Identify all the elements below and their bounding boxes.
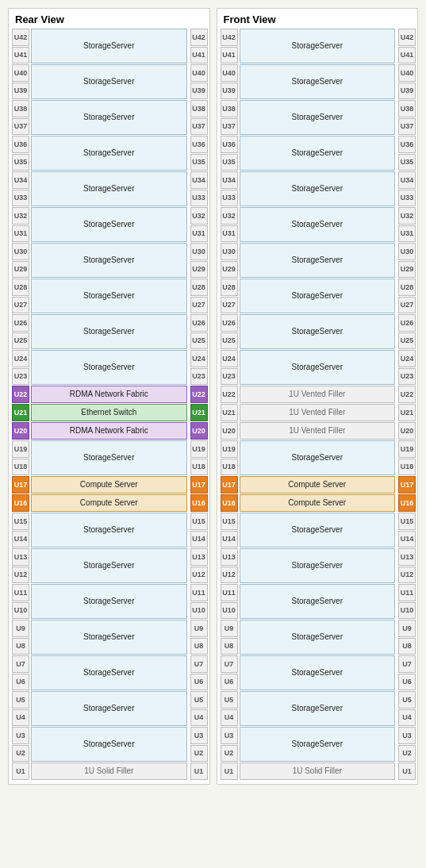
- u-labels-right: U1: [397, 762, 414, 780]
- u-label-right-u12: U12: [398, 567, 416, 584]
- u-labels-right: U21: [189, 404, 206, 421]
- device-cell-u34: StorageServer: [31, 171, 187, 206]
- device-cell-u42: StorageServer: [240, 29, 396, 63]
- u-label-right-u11: U11: [398, 584, 416, 601]
- u-label-left-u11: U11: [12, 584, 29, 601]
- u-label-right-u10: U10: [190, 602, 208, 620]
- u-label-left-u15: U15: [221, 513, 238, 530]
- u-label-left-u3: U3: [221, 727, 238, 744]
- rear-view-section: Rear View U42U41StorageServerU42U41U40U3…: [8, 8, 210, 785]
- u-label-left-u21: U21: [221, 404, 238, 421]
- u-labels-right: U40U39: [397, 64, 414, 99]
- u-label-left-u27: U27: [221, 297, 238, 314]
- rack-row: U42U41StorageServerU42U41: [12, 29, 206, 63]
- u-labels-left: U13U12: [221, 548, 238, 583]
- u-label-left-u8: U8: [221, 638, 238, 655]
- u-label-left-u39: U39: [12, 83, 29, 100]
- device-cell-u7: StorageServer: [31, 655, 187, 690]
- u-label-right-u14: U14: [398, 531, 416, 548]
- u-label-right-u37: U37: [190, 118, 208, 136]
- u-label-right-u24: U24: [398, 350, 416, 367]
- u-label-right-u34: U34: [190, 171, 208, 189]
- u-label-left-u6: U6: [12, 674, 29, 691]
- front-view-section: Front View U42U41StorageServerU42U41U40U…: [217, 8, 419, 785]
- u-label-left-u26: U26: [12, 314, 29, 332]
- u-label-right-u23: U23: [398, 368, 416, 386]
- rack-row: U24U23StorageServerU24U23: [221, 350, 415, 385]
- u-labels-right: U30U29: [397, 243, 414, 278]
- u-labels-right: U38U37: [397, 100, 414, 135]
- u-label-right-u30: U30: [398, 243, 416, 260]
- u-labels-right: U5U4: [189, 691, 206, 726]
- u-label-left-u39: U39: [221, 83, 238, 100]
- u-labels-right: U7U6: [189, 655, 206, 690]
- u-label-right-u28: U28: [190, 278, 208, 296]
- u-label-right-u13: U13: [398, 548, 416, 566]
- rack-row: U20RDMA Network FabricU20: [12, 422, 206, 440]
- u-label-left-u28: U28: [221, 278, 238, 296]
- u-labels-left: U40U39: [221, 64, 238, 99]
- u-labels-right: U26U25: [397, 314, 414, 349]
- u-label-left-u5: U5: [12, 691, 29, 709]
- u-label-left-u13: U13: [221, 548, 238, 566]
- u-label-left-u15: U15: [12, 513, 29, 530]
- u-label-left-u9: U9: [221, 620, 238, 637]
- u-label-left-u37: U37: [12, 118, 29, 136]
- u-labels-left: U21: [12, 404, 29, 421]
- u-label-left-u19: U19: [221, 440, 238, 458]
- device-cell-u1: 1U Solid Filler: [31, 762, 187, 780]
- u-label-left-u26: U26: [221, 314, 238, 332]
- u-labels-left: U5U4: [12, 691, 29, 726]
- u-label-right-u5: U5: [190, 691, 208, 709]
- rack-row: U26U25StorageServerU26U25: [12, 314, 206, 349]
- rack-row: U22RDMA Network FabricU22: [12, 386, 206, 403]
- u-label-right-u5: U5: [398, 691, 416, 709]
- u-label-right-u24: U24: [190, 350, 208, 367]
- u-label-right-u33: U33: [190, 190, 208, 207]
- u-label-right-u41: U41: [190, 47, 208, 64]
- device-cell-u13: StorageServer: [240, 548, 396, 583]
- u-labels-right: U24U23: [189, 350, 206, 385]
- device-cell-u26: StorageServer: [240, 314, 396, 349]
- u-label-left-u1: U1: [12, 762, 29, 780]
- u-label-right-u4: U4: [398, 709, 416, 727]
- u-label-left-u34: U34: [221, 171, 238, 189]
- u-label-left-u1: U1: [221, 762, 238, 780]
- u-label-left-u18: U18: [12, 459, 29, 476]
- u-label-left-u24: U24: [221, 350, 238, 367]
- rack-row: U7U6StorageServerU7U6: [12, 655, 206, 690]
- device-cell-u15: StorageServer: [240, 513, 396, 547]
- device-cell-u40: StorageServer: [240, 64, 396, 99]
- device-cell-u17: Compute Server: [31, 476, 187, 494]
- device-cell-u24: StorageServer: [240, 350, 396, 385]
- u-label-left-u4: U4: [221, 709, 238, 727]
- device-cell-u32: StorageServer: [31, 207, 187, 242]
- device-cell-u34: StorageServer: [240, 171, 396, 206]
- rack-row: U19U18StorageServerU19U18: [12, 440, 206, 475]
- u-labels-left: U17: [12, 476, 29, 494]
- rack-row: U221U Vented FillerU22: [221, 386, 415, 403]
- device-cell-u7: StorageServer: [240, 655, 396, 690]
- u-labels-right: U16: [397, 494, 414, 512]
- u-label-right-u25: U25: [398, 332, 416, 350]
- u-labels-right: U32U31: [189, 207, 206, 242]
- u-labels-left: U42U41: [12, 29, 29, 63]
- u-label-right-u2: U2: [398, 745, 416, 762]
- rack-row: U32U31StorageServerU32U31: [12, 207, 206, 242]
- device-cell-u42: StorageServer: [31, 29, 187, 63]
- u-label-right-u38: U38: [190, 100, 208, 117]
- u-labels-right: U38U37: [189, 100, 206, 135]
- u-labels-right: U7U6: [397, 655, 414, 690]
- u-labels-left: U32U31: [221, 207, 238, 242]
- rack-row: U28U27StorageServerU28U27: [12, 278, 206, 313]
- u-label-right-u13: U13: [190, 548, 208, 566]
- front-view-title: Front View: [221, 12, 415, 29]
- u-label-right-u1: U1: [398, 762, 416, 780]
- u-label-right-u27: U27: [398, 297, 416, 314]
- u-labels-right: U21: [397, 404, 414, 421]
- rack-row: U15U14StorageServerU15U14: [221, 513, 415, 547]
- u-labels-left: U38U37: [221, 100, 238, 135]
- device-cell-u9: StorageServer: [31, 620, 187, 655]
- u-label-left-u40: U40: [12, 64, 29, 82]
- u-label-right-u35: U35: [398, 154, 416, 171]
